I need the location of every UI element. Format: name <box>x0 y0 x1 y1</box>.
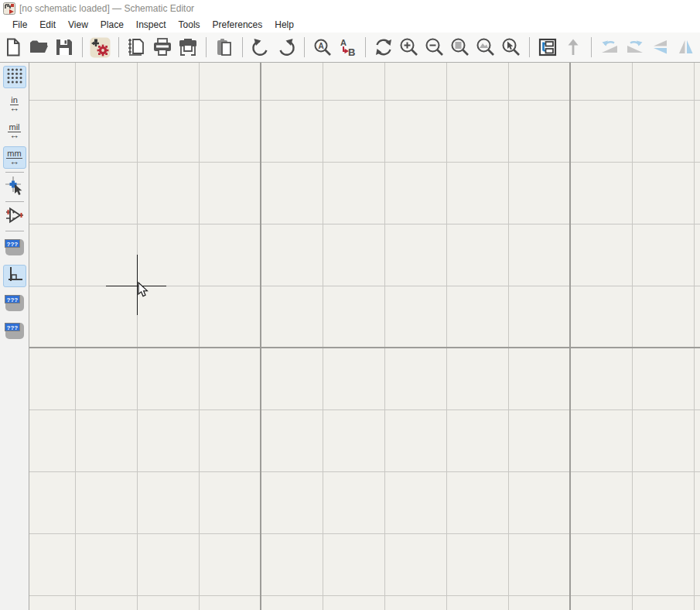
mirror-vertical-icon <box>650 37 671 57</box>
plotter-icon <box>178 37 198 57</box>
find-button[interactable]: A <box>311 34 334 60</box>
zoom-selection-icon <box>501 37 521 57</box>
title-bar: [no schematic loaded] — Schematic Editor <box>0 0 700 17</box>
undo-icon <box>251 37 271 57</box>
missing-icon-placeholder: ??? <box>5 323 24 339</box>
app-window-icon <box>3 2 15 15</box>
menu-place[interactable]: Place <box>94 18 130 32</box>
menu-bar: File Edit View Place Inspect Tools Prefe… <box>0 17 700 33</box>
toolbar-separator <box>82 37 83 57</box>
unknown-tool-button-2[interactable]: ??? <box>3 292 26 314</box>
menu-view[interactable]: View <box>62 18 94 32</box>
window-title: [no schematic loaded] — Schematic Editor <box>19 3 194 14</box>
print-button[interactable] <box>151 34 174 60</box>
rotate-ccw-icon <box>599 37 620 57</box>
mirror-vertically-button[interactable] <box>649 34 672 60</box>
left-toolbar-separator <box>5 172 24 173</box>
schematic-canvas[interactable] <box>29 63 700 610</box>
toolbar-separator <box>304 37 305 57</box>
new-schematic-button[interactable] <box>2 34 25 60</box>
missing-icon-label: ??? <box>5 239 21 248</box>
hidden-pins-opamp-icon <box>5 205 25 228</box>
menu-edit[interactable]: Edit <box>33 18 62 32</box>
missing-icon-label: ??? <box>5 323 21 331</box>
svg-text:A: A <box>340 38 347 47</box>
undo-button[interactable] <box>249 34 272 60</box>
crosshair-cursor-icon <box>5 176 25 199</box>
find-icon: A <box>312 37 333 57</box>
menu-inspect[interactable]: Inspect <box>130 18 172 32</box>
show-hidden-pins-button[interactable] <box>3 205 26 228</box>
zoom-out-button[interactable] <box>423 34 446 60</box>
menu-help[interactable]: Help <box>268 18 300 32</box>
zoom-fit-page-icon <box>450 37 470 57</box>
missing-icon-label: ??? <box>5 295 21 303</box>
toolbar-separator <box>365 37 366 57</box>
zoom-to-fit-button[interactable] <box>449 34 472 60</box>
leave-sheet-button[interactable] <box>562 34 585 60</box>
toolbar-separator <box>118 37 119 57</box>
menu-preferences[interactable]: Preferences <box>207 18 269 32</box>
units-millimeters-button[interactable]: mm ↔ <box>3 146 26 169</box>
rotate-ccw-button[interactable] <box>598 34 621 60</box>
grid-dots-icon <box>5 67 24 88</box>
zoom-objects-icon <box>476 37 496 57</box>
hierarchy-navigator-button[interactable] <box>536 34 559 60</box>
mouse-pointer-icon <box>138 282 149 301</box>
save-floppy-icon <box>54 37 74 57</box>
rotate-cw-icon <box>625 37 645 57</box>
hierarchy-navigator-icon <box>538 37 558 57</box>
zoom-in-button[interactable] <box>398 34 421 60</box>
hv-line-mode-button[interactable] <box>3 265 26 287</box>
toolbar-separator <box>529 37 530 57</box>
mirror-horizontally-button[interactable] <box>674 34 698 60</box>
double-arrow-icon: ↔ <box>9 158 19 166</box>
zoom-to-objects-button[interactable] <box>474 34 497 60</box>
plot-button[interactable] <box>176 34 200 60</box>
zoom-out-icon <box>425 37 445 57</box>
unknown-tool-button-3[interactable]: ??? <box>3 320 26 342</box>
save-button[interactable] <box>53 34 76 60</box>
redo-icon <box>276 37 296 57</box>
zoom-to-selection-button[interactable] <box>500 34 523 60</box>
menu-tools[interactable]: Tools <box>172 18 207 32</box>
open-folder-icon <box>29 37 49 57</box>
print-icon <box>152 37 172 57</box>
paste-clipboard-icon <box>214 37 234 57</box>
toolbar-separator <box>591 37 592 57</box>
units-inches-button[interactable]: in ↔ <box>3 93 26 115</box>
crosshair-cursor-button[interactable] <box>3 176 26 198</box>
svg-text:A: A <box>318 42 323 50</box>
right-angle-lines-icon <box>5 265 25 288</box>
new-file-icon <box>3 37 23 57</box>
double-arrow-icon: ↔ <box>9 132 19 139</box>
main-toolbar: A A B <box>0 33 700 63</box>
refresh-view-button[interactable] <box>372 34 395 60</box>
paste-button[interactable] <box>213 34 236 60</box>
left-toolbar-separator <box>5 201 24 202</box>
units-mils-button[interactable]: mil ↔ <box>3 120 26 142</box>
toggle-grid-button[interactable] <box>3 66 26 88</box>
unknown-tool-button-1[interactable]: ??? <box>3 236 26 259</box>
crosshair-horizontal-line <box>106 286 166 286</box>
redo-button[interactable] <box>275 34 298 60</box>
svg-text:B: B <box>348 46 355 57</box>
schematic-setup-button[interactable] <box>89 34 112 60</box>
missing-icon-placeholder: ??? <box>5 295 24 311</box>
page-settings-button[interactable] <box>125 34 149 60</box>
page-setup-icon <box>127 37 147 57</box>
rotate-cw-button[interactable] <box>623 34 647 60</box>
menu-file[interactable]: File <box>6 18 33 32</box>
left-toolbar-separator <box>5 231 24 231</box>
double-arrow-icon: ↔ <box>9 105 19 112</box>
leave-sheet-up-arrow-icon <box>563 37 583 57</box>
find-replace-icon: A B <box>337 37 357 57</box>
toolbar-separator <box>242 37 243 57</box>
refresh-icon <box>374 37 394 57</box>
open-schematic-button[interactable] <box>27 34 50 60</box>
find-replace-button[interactable]: A B <box>336 34 359 60</box>
mirror-horizontal-icon <box>676 37 696 57</box>
left-options-toolbar: in ↔ mil ↔ mm ↔ <box>0 63 29 610</box>
missing-icon-placeholder: ??? <box>5 239 24 255</box>
toolbar-separator <box>206 37 207 57</box>
